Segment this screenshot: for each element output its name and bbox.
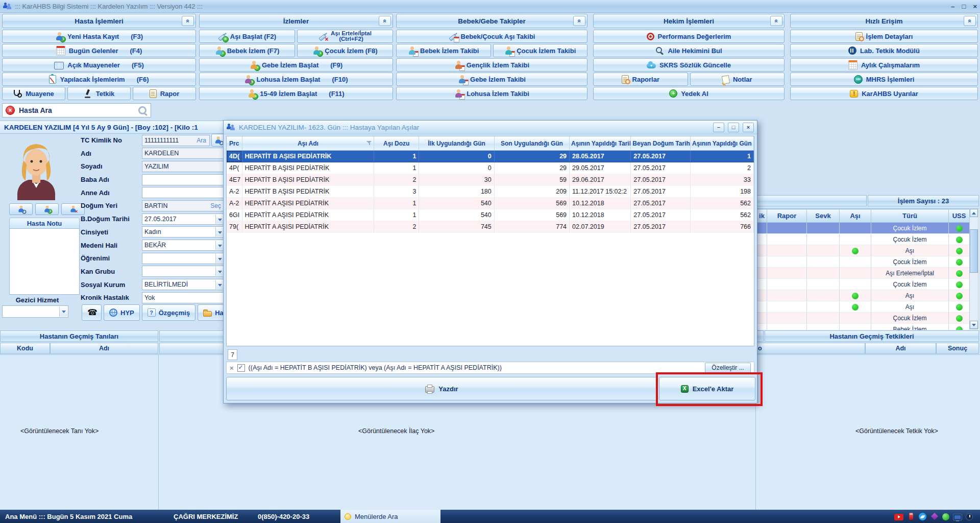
grid-col-3[interactable]: İlk Uygulandığı Gün	[419, 136, 494, 151]
menu-button[interactable]: İşlem Detayları	[790, 30, 978, 43]
scroll-up-icon[interactable]	[970, 209, 978, 217]
dialog-minimize-icon[interactable]: –	[713, 123, 724, 132]
vaccine-row[interactable]: 6GIHEPATİT A AŞISI PEDİATRİK154056910.12…	[227, 209, 754, 221]
scroll-down-icon[interactable]	[970, 321, 978, 329]
diagnoses-col-code[interactable]: Kodu	[0, 343, 50, 354]
procedure-row[interactable]: Çocuk İzlem	[757, 234, 970, 245]
field-medeni-hali[interactable]: BEKÂR	[142, 240, 225, 251]
menu-button[interactable]: +Yeni Hasta Kayıt(F3)	[2, 30, 196, 43]
menu-button[interactable]: +15-49 İzlem Başlat(F11)	[199, 87, 393, 100]
labs-col-name[interactable]: Adı	[865, 343, 936, 354]
grid-col-0[interactable]: Prc	[227, 136, 242, 151]
collapse-section-button[interactable]: «	[770, 16, 782, 26]
vaccine-row[interactable]: 4P(HEPATİT B AŞISI PEDİATRİK102929.05.20…	[227, 162, 754, 174]
menu-button[interactable]: +Gebe İzlem Başlat(F9)	[199, 58, 393, 72]
diagnoses-col-name[interactable]: Adı	[50, 343, 158, 354]
close-icon[interactable]	[973, 3, 977, 10]
procedure-col-türü[interactable]: Türü	[871, 209, 949, 223]
procedure-col-aşı[interactable]: Aşı	[840, 209, 871, 223]
collapse-section-button[interactable]: «	[964, 16, 976, 26]
status-green-icon[interactable]	[942, 513, 949, 520]
labs-col-result[interactable]: Sonuç	[936, 343, 979, 354]
field-do-um-yeri[interactable]: BARTINSeç	[142, 200, 225, 211]
export-excel-button[interactable]: X Excel'e Aktar	[659, 377, 755, 400]
field-baba-ad-[interactable]	[142, 174, 225, 185]
chevron-down-icon[interactable]	[215, 280, 224, 289]
print-button[interactable]: Yazdır	[226, 377, 657, 400]
grid-col-6[interactable]: Beyan Doğum Tarih	[631, 136, 690, 151]
menu-button[interactable]: Çocuk İzlem Takibi	[493, 44, 588, 57]
menu-button[interactable]: +Yedek Al	[593, 87, 785, 100]
chevron-down-icon[interactable]	[215, 215, 224, 224]
patient-search-box[interactable]: × Hasta Ara	[2, 103, 151, 117]
menu-button[interactable]: 182MHRS İşlemleri	[790, 73, 978, 86]
field-sosyal-kurum[interactable]: BELİRTİLMEDİ	[142, 279, 225, 290]
procedure-row[interactable]: Bebek İzlem	[757, 324, 970, 330]
field-soyad-[interactable]: YAZILIM	[142, 161, 225, 172]
tab-hyp[interactable]: HYP	[104, 304, 140, 321]
field-cinsiyeti[interactable]: Kadın	[142, 226, 225, 237]
procedure-scrollbar[interactable]	[969, 208, 978, 329]
search-icon[interactable]	[138, 106, 148, 115]
menu-button[interactable]: Performans Değerlerim	[593, 30, 785, 43]
dialog-maximize-icon[interactable]: □	[728, 123, 739, 132]
minimize-icon[interactable]	[951, 3, 954, 10]
vaccine-row[interactable]: 79(HEPATİT A AŞISI PEDİATRİK274577402.07…	[227, 221, 754, 233]
menu-button[interactable]: Aylık Çalışmalarım	[790, 58, 978, 72]
scrollbar-thumb[interactable]	[970, 229, 978, 273]
remove-filter-icon[interactable]: ×	[230, 364, 234, 372]
patient-note-input[interactable]	[9, 228, 80, 295]
tab-phone-search-icon[interactable]	[82, 304, 102, 321]
grid-col-1[interactable]: Aşı Adı	[242, 136, 374, 151]
twitter-icon[interactable]	[919, 513, 926, 520]
procedure-col-uss[interactable]: USS	[949, 209, 970, 223]
menu-button[interactable]: Bebek/Çocuk Aşı Takibi	[396, 30, 587, 43]
field-b-do-um-tarihi[interactable]: 27.05.2017	[142, 213, 225, 225]
menu-button[interactable]: Muayene	[2, 87, 65, 100]
procedure-row[interactable]: Aşı	[757, 301, 970, 313]
procedure-col-sevk[interactable]: Sevk	[807, 209, 840, 223]
field-kan-grubu[interactable]	[142, 266, 225, 277]
menu-button[interactable]: Lab. Tetkik Modülü	[790, 44, 978, 57]
menu-button[interactable]: Aile Hekimini Bul	[593, 44, 785, 57]
vaccine-row[interactable]: A-2HEPATİT A AŞISI PEDİATRİK154056910.12…	[227, 198, 754, 209]
menu-button[interactable]: Lohusa İzlem Takibi	[396, 87, 587, 100]
monitor-icon[interactable]	[953, 514, 962, 520]
field--renimi[interactable]	[142, 253, 225, 264]
field-kronik-hastal-k[interactable]: Yok	[142, 292, 225, 303]
procedure-row[interactable]: Aşı Erteleme/İptal	[757, 268, 970, 279]
procedure-row[interactable]: Çocuk İzlem	[757, 279, 970, 290]
menu-button[interactable]: Yapılacak İşlemlerim(F6)	[2, 73, 196, 86]
grid-col-2[interactable]: Aşı Dozu	[374, 136, 419, 151]
chevron-down-icon[interactable]	[215, 241, 224, 250]
tab--zge-mi-[interactable]: ?Özgeçmiş	[142, 304, 195, 321]
procedure-row[interactable]: Çocuk İzlem	[757, 256, 970, 268]
menu-button[interactable]: Tetkik	[67, 87, 131, 100]
filter-checkbox[interactable]	[237, 364, 245, 372]
grid-col-4[interactable]: Son Uygulandığı Gün	[494, 136, 569, 151]
field-link[interactable]: Seç	[210, 202, 222, 209]
collapse-section-button[interactable]: «	[379, 16, 391, 26]
procedure-row[interactable]: Çocuk İzlem	[757, 313, 970, 324]
gem-icon[interactable]	[930, 513, 938, 520]
field-anne-ad-[interactable]	[142, 187, 225, 198]
field-link[interactable]: Ara	[197, 137, 207, 144]
chevron-down-icon[interactable]	[215, 227, 224, 236]
vaccine-row[interactable]: 4E7HEPATİT B AŞISI PEDİATRİK2305929.06.2…	[227, 174, 754, 186]
procedure-row[interactable]: Aşı	[757, 245, 970, 256]
procedure-row[interactable]: Aşı	[757, 290, 970, 301]
labs-col-partial[interactable]: o	[756, 343, 865, 354]
menu-button[interactable]: ×Aşı Ertele/İptal(Ctrl+F2)	[297, 30, 393, 43]
mobile-service-select[interactable]	[2, 305, 68, 318]
menu-button[interactable]: +Bebek İzlem (F7)	[199, 44, 295, 57]
grid-col-5[interactable]: Aşının Yapıldığı Tarih	[570, 136, 631, 151]
chevron-down-icon[interactable]	[215, 267, 224, 276]
menu-button[interactable]: Açık Muayeneler(F5)	[2, 58, 196, 72]
vaccine-row[interactable]: 4D(HEPATİT B AŞISI PEDİATRİK102928.05.20…	[227, 151, 754, 162]
menu-button[interactable]: !KarAHBS Uyarılar	[790, 87, 978, 100]
menu-button[interactable]: Bebek İzlem Takibi	[396, 44, 491, 57]
menu-button[interactable]: Gebe İzlem Takibi	[396, 73, 587, 86]
menu-button[interactable]: +Lohusa İzlem Başlat(F10)	[199, 73, 393, 86]
grid-col-7[interactable]: Aşının Yapıldığı Gün	[690, 136, 753, 151]
collapse-section-button[interactable]: «	[573, 16, 585, 26]
